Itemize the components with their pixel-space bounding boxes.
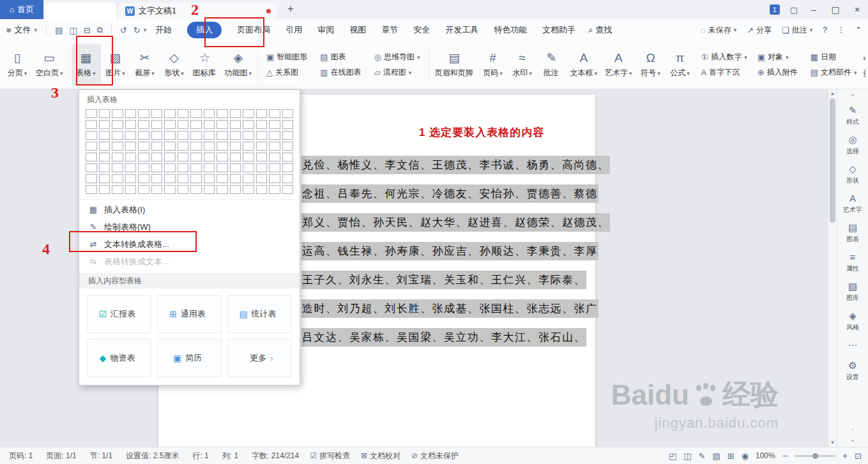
scrollbar-thumb[interactable] — [830, 98, 835, 223]
table-size-cell[interactable] — [269, 185, 280, 194]
table-size-cell[interactable] — [243, 142, 254, 151]
table-size-cell[interactable] — [190, 131, 202, 140]
save-icon[interactable]: ▤ — [55, 26, 63, 35]
table-size-cell[interactable] — [151, 163, 163, 172]
table-size-cell[interactable] — [230, 163, 241, 172]
table-size-cell[interactable] — [151, 174, 163, 183]
ribbon-item[interactable]: ▤ 页眉和页脚 — [431, 44, 478, 86]
ribbon-item[interactable]: ✎ 批注 — [537, 44, 567, 86]
ribbon-item[interactable]: A 首字下沉 — [701, 67, 747, 78]
table-size-cell[interactable] — [256, 120, 268, 129]
ribbon-overflow-item[interactable]: ∞ 超 — [864, 44, 865, 86]
table-size-cell[interactable] — [112, 109, 123, 118]
scroll-up-icon[interactable]: ▲ — [828, 91, 837, 96]
table-size-cell[interactable] — [269, 153, 280, 161]
selected-text-line[interactable]: 吕文达、吴家栋、吴国梁、吴立功、李大江、张石山、 — [301, 323, 594, 352]
table-size-cell[interactable] — [269, 163, 280, 172]
status-item[interactable]: ⊠ 文档校对 — [361, 451, 400, 461]
sidebar-item[interactable]: ▤ 图表 — [843, 223, 862, 244]
tab-document[interactable]: W 文字文稿1 — [119, 3, 277, 19]
comments-button[interactable]: ❏ 批注 ▾ — [782, 25, 812, 36]
table-size-cell[interactable] — [217, 153, 228, 161]
sidebar-scroll-icon[interactable]: ◦ — [851, 426, 854, 433]
table-size-cell[interactable] — [125, 120, 137, 129]
table-size-cell[interactable] — [269, 109, 280, 118]
table-size-cell[interactable] — [138, 131, 149, 140]
table-size-cell[interactable] — [112, 185, 123, 194]
content-table-card[interactable]: ▤ 统计表 — [227, 295, 292, 333]
menu-tab-insert-active[interactable]: 插入 — [187, 22, 222, 38]
help-button[interactable]: ? — [823, 26, 827, 34]
table-size-cell[interactable] — [256, 163, 268, 172]
table-size-cell[interactable] — [164, 120, 176, 129]
status-item[interactable]: 字数: 214/214 — [249, 451, 299, 461]
export-pdf-icon[interactable]: ⧉ — [97, 25, 103, 35]
sidebar-item[interactable]: ⋯ — [843, 340, 862, 352]
table-size-cell[interactable] — [99, 185, 110, 194]
table-size-cell[interactable] — [112, 163, 123, 172]
find-button[interactable]: ⌕ 查找 — [588, 24, 612, 36]
ribbon-item[interactable]: △ 关系图 — [266, 67, 310, 78]
table-size-cell[interactable] — [178, 153, 189, 161]
chevron-down-icon[interactable]: ▾ — [144, 27, 147, 33]
scroll-down-icon[interactable]: ▼ — [828, 440, 837, 445]
selected-text-line[interactable]: 兑俭、杨惟义、李文信、王德茂、李书诚、杨勇、高尚德、 — [301, 151, 594, 179]
table-size-cell[interactable] — [86, 174, 97, 183]
table-size-cell[interactable] — [243, 163, 254, 172]
status-item[interactable]: ☑ 拼写检查 — [310, 451, 350, 461]
zoom-out-button[interactable]: − — [782, 451, 788, 461]
table-size-cell[interactable] — [164, 109, 176, 118]
table-size-cell[interactable] — [282, 174, 294, 183]
table-size-cell[interactable] — [243, 120, 254, 129]
ribbon-item[interactable]: ✂ 截屏▾ — [130, 44, 160, 86]
web-layout-icon[interactable]: ⊞ — [727, 451, 735, 461]
ribbon-item[interactable]: ▥ 在线图表 — [320, 67, 363, 78]
eye-protect-icon[interactable]: ◉ — [742, 451, 749, 461]
sidebar-item[interactable]: ◇ 形状 — [843, 164, 862, 185]
menu-tab[interactable]: 开始 — [155, 24, 172, 36]
table-size-cell[interactable] — [86, 109, 97, 118]
status-item[interactable]: 页码: 1 — [6, 451, 33, 461]
table-size-cell[interactable] — [282, 131, 294, 140]
ribbon-item[interactable]: A 艺术字▾ — [601, 44, 636, 86]
undo-icon[interactable]: ↺ — [120, 26, 127, 35]
table-size-cell[interactable] — [282, 163, 294, 172]
table-size-cell[interactable] — [112, 174, 123, 183]
fullscreen-icon[interactable]: ◰ — [669, 451, 676, 461]
new-tab-button[interactable]: + — [287, 3, 294, 15]
ribbon-item[interactable]: ▭ 空白页▾ — [32, 44, 67, 86]
selected-text-line[interactable]: 王子久、刘永生、刘宝瑞、关玉和、王仁兴、李际泰、 — [301, 266, 594, 294]
write-mode-icon[interactable]: ✎ — [699, 451, 706, 461]
table-size-cell[interactable] — [230, 174, 241, 183]
table-size-cell[interactable] — [204, 109, 215, 118]
more-menu-button[interactable]: ⋮ — [837, 26, 845, 34]
table-size-cell[interactable] — [217, 120, 228, 129]
sidebar-item[interactable]: ⚙ 设置 — [843, 361, 862, 382]
ribbon-item[interactable]: ▱ 流程图▾ — [374, 67, 420, 78]
table-size-cell[interactable] — [190, 174, 202, 183]
table-size-cell[interactable] — [138, 163, 149, 172]
table-size-cell[interactable] — [86, 120, 97, 129]
table-size-cell[interactable] — [204, 131, 215, 140]
table-size-cell[interactable] — [178, 142, 189, 151]
table-size-cell[interactable] — [138, 153, 149, 161]
menu-tab[interactable]: 章节 — [381, 24, 398, 36]
close-button[interactable]: × — [851, 4, 863, 15]
table-size-cell[interactable] — [282, 142, 294, 151]
table-size-cell[interactable] — [99, 174, 110, 183]
table-size-cell[interactable] — [204, 120, 215, 129]
ribbon-item[interactable]: ▨ 图片▾ — [101, 44, 130, 86]
table-size-cell[interactable] — [204, 174, 215, 183]
table-size-cell[interactable] — [112, 153, 123, 161]
table-size-cell[interactable] — [256, 109, 268, 118]
table-size-cell[interactable] — [112, 120, 123, 129]
table-size-cell[interactable] — [99, 163, 110, 172]
status-item[interactable]: ⊘ 文档未保护 — [411, 451, 459, 461]
table-size-cell[interactable] — [112, 131, 123, 140]
table-size-cell[interactable] — [217, 174, 228, 183]
print-preview-icon[interactable]: ◫ — [69, 26, 77, 35]
table-size-cell[interactable] — [256, 131, 268, 140]
dropdown-menu-item[interactable]: ▦ 插入表格(I) — [79, 201, 300, 218]
sidebar-item[interactable]: ▨ 图库 — [843, 281, 862, 303]
ribbon-item[interactable]: A 文本框▾ — [567, 44, 602, 86]
